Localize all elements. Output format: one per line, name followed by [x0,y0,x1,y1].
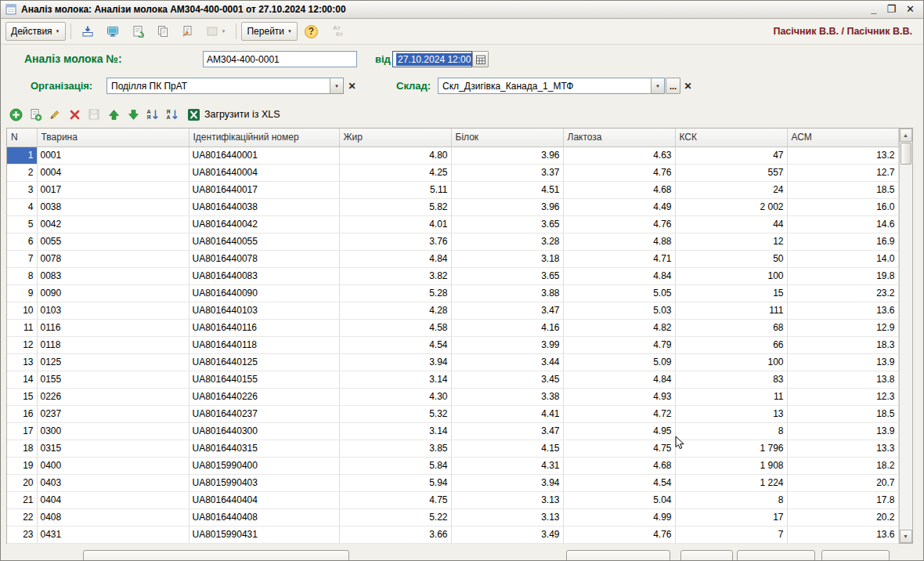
cell-protein[interactable]: 3.13 [451,491,563,509]
cell-fat[interactable]: 4.30 [339,388,451,405]
cell-n[interactable]: 9 [7,284,37,302]
cell-n[interactable]: 8 [7,267,37,284]
cell-asm[interactable]: 13.2 [787,147,898,164]
cell-protein[interactable]: 4.51 [451,181,563,198]
cell-fat[interactable]: 4.25 [339,164,451,181]
cell-protein[interactable]: 3.65 [451,267,563,284]
cell-animal[interactable]: 0004 [37,164,189,181]
table-row[interactable]: 220408UA80164404085.223.134.991720.2 [7,509,898,526]
cell-n[interactable]: 19 [7,457,37,474]
cell-asm[interactable]: 20.7 [787,474,898,491]
cell-id[interactable]: UA8016440300 [189,422,339,440]
cell-lactose[interactable]: 4.75 [563,440,675,457]
cell-protein[interactable]: 3.38 [451,388,563,405]
copy-button[interactable] [151,22,175,41]
warehouse-combobox[interactable]: Скл_Дзигівка_Канада_1_МТФ ▼ [438,78,665,94]
bottom-button-2[interactable] [566,550,670,561]
column-header-lactose[interactable]: Лактоза [563,128,675,147]
organization-value[interactable]: Поділля ПК ПрАТ [107,78,330,93]
cell-n[interactable]: 6 [7,233,37,250]
cell-animal[interactable]: 0083 [37,267,189,284]
cell-animal[interactable]: 0116 [37,319,189,336]
add-row-button[interactable] [7,106,24,123]
cell-n[interactable]: 16 [7,405,37,422]
cell-lactose[interactable]: 4.88 [563,233,675,250]
cell-n[interactable]: 21 [7,491,37,509]
calendar-button[interactable] [472,51,489,67]
warehouse-select-button[interactable]: ... [666,78,680,94]
cell-animal[interactable]: 0237 [37,405,189,422]
maximize-button[interactable]: ❐ [886,4,896,15]
column-header-id[interactable]: Ідентифікаційний номер [189,128,339,147]
cell-ksk[interactable]: 100 [675,353,787,371]
cell-n[interactable]: 23 [7,526,37,543]
cell-lactose[interactable]: 4.82 [563,319,675,336]
cell-animal[interactable]: 0090 [37,284,189,302]
cell-protein[interactable]: 3.96 [451,147,563,164]
table-row[interactable]: 150226UA80164402264.303.384.931112.3 [7,388,898,405]
cell-id[interactable]: UA8016440103 [189,302,339,319]
cell-protein[interactable]: 3.96 [451,198,563,215]
cell-id[interactable]: UA8016440237 [189,405,339,422]
cell-fat[interactable]: 5.22 [339,509,451,526]
cell-id[interactable]: UA8015990400 [189,457,339,474]
cell-protein[interactable]: 3.47 [451,302,563,319]
cell-animal[interactable]: 0404 [37,491,189,509]
cell-lactose[interactable]: 4.84 [563,267,675,284]
column-header-asm[interactable]: АСМ [787,128,898,147]
help-button[interactable]: ? [299,22,323,41]
cell-lactose[interactable]: 5.05 [563,284,675,302]
dtkt-button[interactable]: АтКт [325,22,348,41]
cell-fat[interactable]: 5.82 [339,198,451,215]
cell-lactose[interactable]: 4.68 [563,181,675,198]
cell-asm[interactable]: 12.9 [787,319,898,336]
cell-fat[interactable]: 5.28 [339,284,451,302]
cell-animal[interactable]: 0315 [37,440,189,457]
delete-row-button[interactable] [66,106,83,123]
cell-lactose[interactable]: 5.09 [563,353,675,371]
cell-fat[interactable]: 5.11 [339,181,451,198]
cell-fat[interactable]: 5.84 [339,457,451,474]
cell-id[interactable]: UA8016440118 [189,336,339,353]
cell-fat[interactable]: 4.80 [339,147,451,164]
sort-asc-button[interactable]: АЯ [144,106,161,123]
cell-animal[interactable]: 0403 [37,474,189,491]
column-header-ksk[interactable]: КСК [675,128,787,147]
cell-id[interactable]: UA8016440155 [189,371,339,388]
cell-lactose[interactable]: 4.71 [563,250,675,267]
table-row[interactable]: 30017UA80164400175.114.514.682418.5 [7,181,898,198]
organization-dropdown-button[interactable]: ▼ [330,78,343,93]
column-header-n[interactable]: N [7,128,37,147]
cell-protein[interactable]: 3.45 [451,371,563,388]
table-row[interactable]: 140155UA80164401553.143.454.848313.8 [7,371,898,388]
cell-fat[interactable]: 3.14 [339,371,451,388]
scrollbar-track[interactable] [900,165,912,530]
cell-ksk[interactable]: 1 796 [675,440,787,457]
cell-animal[interactable]: 0017 [37,181,189,198]
cell-protein[interactable]: 3.49 [451,526,563,543]
cell-fat[interactable]: 5.94 [339,474,451,491]
warehouse-dropdown-button[interactable]: ▼ [651,78,664,93]
cell-lactose[interactable]: 4.49 [563,198,675,215]
cell-asm[interactable]: 17.8 [787,491,898,509]
cell-lactose[interactable]: 5.03 [563,302,675,319]
cell-fat[interactable]: 4.54 [339,336,451,353]
cell-ksk[interactable]: 83 [675,371,787,388]
scrollbar-thumb[interactable] [901,143,911,165]
cell-n[interactable]: 7 [7,250,37,267]
cell-asm[interactable]: 12.3 [787,388,898,405]
table-row[interactable]: 210404UA80164404044.753.135.04817.8 [7,491,898,509]
cell-ksk[interactable]: 2 002 [675,198,787,215]
cell-lactose[interactable]: 4.76 [563,164,675,181]
table-row[interactable]: 160237UA80164402375.324.414.721318.5 [7,405,898,422]
cell-id[interactable]: UA8016440408 [189,509,339,526]
cell-n[interactable]: 11 [7,319,37,336]
date-input[interactable]: 27.10.2024 12:00 [392,51,472,67]
cell-ksk[interactable]: 17 [675,509,787,526]
based-on-button[interactable] [176,22,200,41]
cell-fat[interactable]: 4.01 [339,215,451,233]
cell-protein[interactable]: 4.41 [451,405,563,422]
table-row[interactable]: 20004UA80164400044.253.374.7655712.7 [7,164,898,181]
table-row[interactable]: 50042UA80164400424.013.654.764414.6 [7,215,898,233]
sort-desc-button[interactable]: ЯА [164,106,181,123]
